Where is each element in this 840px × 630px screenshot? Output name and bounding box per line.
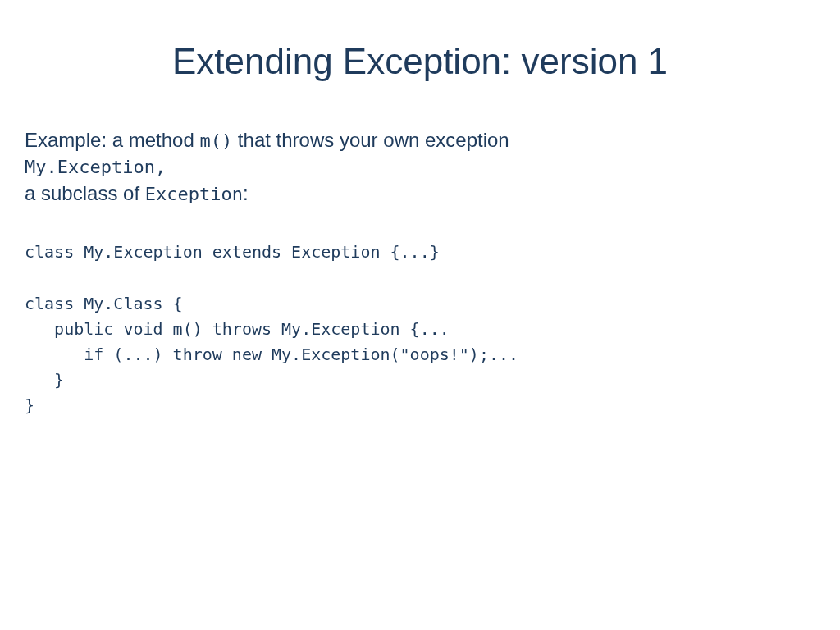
code-block-2: class My.Class { public void m() throws … <box>25 291 815 418</box>
inline-code-m: m() <box>199 130 232 151</box>
intro-paragraph: Example: a method m() that throws your o… <box>25 127 815 207</box>
intro-text-2: that throws your own exception <box>232 129 509 151</box>
intro-text-4: : <box>243 182 249 204</box>
code-block-1: class My.Exception extends Exception {..… <box>25 240 815 265</box>
slide-title: Extending Exception: version 1 <box>25 41 815 82</box>
inline-code-myexception: My.Exception, <box>25 157 166 177</box>
intro-text-3: a subclass of <box>25 182 145 204</box>
inline-code-exception: Exception <box>145 184 243 204</box>
intro-text-1: Example: a method <box>25 129 199 151</box>
